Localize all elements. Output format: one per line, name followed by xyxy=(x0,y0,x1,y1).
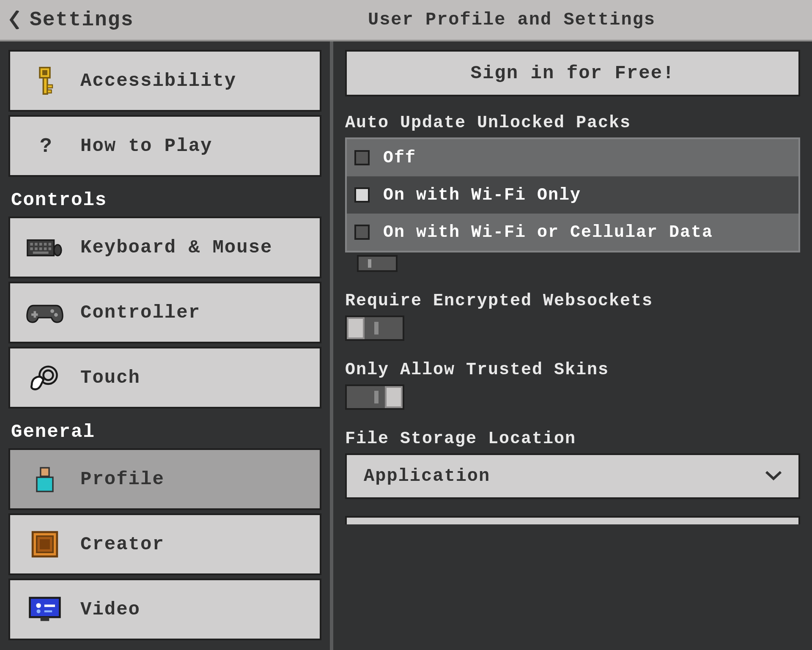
sidebar-item-controller[interactable]: Controller xyxy=(8,282,321,343)
svg-rect-11 xyxy=(49,243,52,246)
key-icon xyxy=(26,62,63,99)
svg-point-21 xyxy=(50,309,54,313)
back-button[interactable] xyxy=(0,0,30,40)
keyboard-icon xyxy=(26,229,63,266)
svg-point-24 xyxy=(44,370,53,380)
websockets-toggle[interactable] xyxy=(345,315,404,341)
profile-icon xyxy=(26,461,63,498)
svg-rect-17 xyxy=(33,252,49,254)
partial-next-item xyxy=(345,516,800,524)
sidebar-item-profile[interactable]: Profile xyxy=(8,448,321,510)
svg-rect-29 xyxy=(40,539,50,549)
websockets-label: Require Encrypted Websockets xyxy=(345,291,800,310)
touch-icon xyxy=(26,359,63,396)
svg-rect-30 xyxy=(30,598,60,617)
svg-rect-16 xyxy=(49,247,52,250)
sidebar-item-creator[interactable]: Creator xyxy=(8,513,321,575)
svg-rect-13 xyxy=(35,247,38,250)
sidebar-item-label: Controller xyxy=(80,302,200,323)
radio-box-icon xyxy=(354,225,370,240)
svg-rect-9 xyxy=(39,243,42,246)
sidebar-item-label: Video xyxy=(80,599,140,620)
chevron-down-icon xyxy=(765,471,782,481)
radio-label: On with Wi-Fi or Cellular Data xyxy=(383,223,713,242)
toggle-off-mark-icon xyxy=(374,322,379,335)
svg-rect-2 xyxy=(43,78,47,94)
storage-label: File Storage Location xyxy=(345,429,800,448)
storage-dropdown[interactable]: Application xyxy=(345,453,800,499)
radio-label: Off xyxy=(383,148,416,167)
svg-point-31 xyxy=(36,603,41,608)
pane-divider xyxy=(330,41,333,650)
svg-rect-20 xyxy=(31,313,38,316)
trusted-skins-label: Only Allow Trusted Skins xyxy=(345,360,800,379)
svg-rect-35 xyxy=(41,617,49,621)
svg-rect-10 xyxy=(44,243,47,246)
sign-in-button[interactable]: Sign in for Free! xyxy=(345,50,800,96)
sign-in-label: Sign in for Free! xyxy=(471,63,675,84)
toggle-knob-icon xyxy=(347,317,365,339)
svg-rect-12 xyxy=(30,247,33,250)
sidebar-item-accessibility[interactable]: Accessibility xyxy=(8,50,321,112)
section-header-controls: Controls xyxy=(8,180,321,217)
partial-toggle[interactable] xyxy=(357,255,398,272)
radio-label: On with Wi-Fi Only xyxy=(383,186,581,205)
video-icon xyxy=(26,591,63,628)
radio-box-icon xyxy=(354,150,370,165)
svg-rect-25 xyxy=(41,468,49,476)
gamepad-icon xyxy=(26,294,63,331)
svg-rect-7 xyxy=(30,243,33,246)
svg-rect-26 xyxy=(37,477,53,492)
page-title: User Profile and Settings xyxy=(106,10,812,30)
svg-rect-1 xyxy=(42,70,47,75)
radio-option-off[interactable]: Off xyxy=(347,139,798,176)
svg-rect-4 xyxy=(47,90,52,93)
sidebar-item-keyboard[interactable]: Keyboard & Mouse xyxy=(8,217,321,278)
sidebar-item-label: Accessibility xyxy=(80,70,236,91)
section-header-general: General xyxy=(8,412,321,448)
svg-point-22 xyxy=(54,313,58,317)
dropdown-value: Application xyxy=(364,466,490,486)
chevron-left-icon xyxy=(9,11,21,29)
sidebar-item-label: How to Play xyxy=(80,135,212,156)
auto-update-radio-group: Off On with Wi-Fi Only On with Wi-Fi or … xyxy=(345,137,800,252)
question-icon: ? xyxy=(26,127,63,165)
sidebar-item-label: Keyboard & Mouse xyxy=(80,237,272,258)
svg-rect-32 xyxy=(44,605,55,607)
toggle-on-mark-icon xyxy=(374,391,379,403)
creator-icon xyxy=(26,526,63,563)
toggle-knob-icon xyxy=(385,386,403,408)
svg-rect-34 xyxy=(44,610,52,612)
svg-rect-15 xyxy=(44,247,47,250)
sidebar: Accessibility ? How to Play Controls xyxy=(0,41,330,650)
content-pane: Sign in for Free! Auto Update Unlocked P… xyxy=(333,41,812,650)
svg-point-18 xyxy=(54,245,61,256)
sidebar-item-label: Touch xyxy=(80,367,140,388)
radio-option-wifi[interactable]: On with Wi-Fi Only xyxy=(347,176,798,214)
radio-box-icon xyxy=(354,187,370,203)
auto-update-label: Auto Update Unlocked Packs xyxy=(345,113,800,132)
svg-rect-14 xyxy=(39,247,42,250)
svg-rect-8 xyxy=(35,243,38,246)
sidebar-item-label: Creator xyxy=(80,534,165,555)
radio-option-wifi-cellular[interactable]: On with Wi-Fi or Cellular Data xyxy=(347,214,798,251)
sidebar-item-howtoplay[interactable]: ? How to Play xyxy=(8,115,321,177)
svg-rect-3 xyxy=(47,85,52,88)
svg-point-33 xyxy=(37,609,41,613)
back-title: Settings xyxy=(30,8,134,31)
trusted-skins-toggle[interactable] xyxy=(345,384,404,410)
sidebar-item-touch[interactable]: Touch xyxy=(8,347,321,409)
sidebar-item-video[interactable]: Video xyxy=(8,579,321,640)
header-bar: Settings User Profile and Settings xyxy=(0,0,812,41)
sidebar-item-label: Profile xyxy=(80,469,165,490)
svg-text:?: ? xyxy=(40,135,52,158)
